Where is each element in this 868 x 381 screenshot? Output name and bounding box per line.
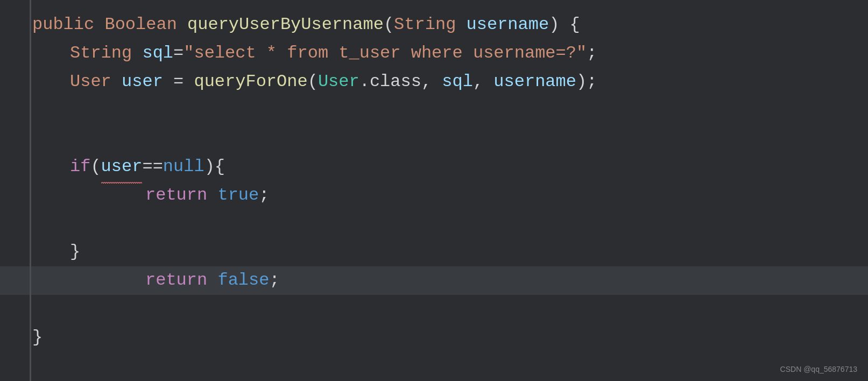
var-sql: sql — [142, 39, 173, 68]
code-line-8 — [0, 210, 868, 238]
code-line-3: User user = queryForOne(User.class, sql,… — [0, 68, 868, 96]
keyword-string-type: String — [70, 39, 132, 68]
param-username: username — [467, 11, 549, 39]
squiggle-underline — [101, 181, 143, 184]
class-user-ref: User — [318, 68, 359, 96]
code-line-7: return true; — [0, 181, 868, 210]
paren-close-brace: ) { — [549, 11, 580, 39]
code-line-4 — [0, 96, 868, 124]
code-line-9: } — [0, 238, 868, 266]
keyword-user-type: User — [70, 68, 111, 96]
left-bar — [30, 0, 31, 381]
keyword-string: String — [394, 11, 456, 39]
function-name: queryUserByUsername — [187, 11, 384, 39]
if-close-brace: ){ — [204, 153, 225, 181]
keyword-return-false: return — [145, 266, 207, 295]
keyword-if: if — [70, 153, 90, 181]
close-brace-if: } — [70, 238, 80, 266]
assign-operator: = — [163, 68, 194, 96]
code-line-11 — [0, 295, 868, 323]
code-line-12: } — [0, 323, 868, 352]
code-line-10: return false; — [0, 266, 868, 295]
semicolon: ; — [587, 39, 597, 68]
double-equals: == — [142, 153, 163, 181]
equals-operator: = — [173, 39, 184, 68]
code-line-1: public Boolean queryUserByUsername(Strin… — [0, 11, 868, 39]
paren-open: ( — [384, 11, 394, 39]
paren-open-2: ( — [308, 68, 318, 96]
code-line-6: 💡 if(user==null){ — [0, 153, 868, 181]
code-line-5 — [0, 124, 868, 153]
comma-2: , — [473, 68, 493, 96]
keyword-return-true: return — [145, 181, 207, 210]
keyword-false: false — [217, 266, 269, 295]
code-editor: public Boolean queryUserByUsername(Strin… — [0, 0, 868, 381]
semicolon-3: ; — [269, 266, 279, 295]
csdn-watermark: CSDN @qq_56876713 — [780, 365, 857, 373]
keyword-true: true — [217, 181, 259, 210]
keyword-null: null — [163, 153, 204, 181]
method-queryforone: queryForOne — [194, 68, 307, 96]
keyword-boolean: Boolean — [104, 11, 177, 39]
var-user: user — [122, 68, 163, 96]
code-line-2: String sql="select * from t_user where u… — [0, 39, 868, 68]
if-paren: ( — [90, 153, 101, 181]
squiggle-user: user — [101, 153, 143, 181]
var-sql-ref: sql — [442, 68, 473, 96]
close-brace-method: } — [32, 323, 43, 352]
var-user-if: user — [101, 157, 143, 177]
param-username-ref: username — [493, 68, 576, 96]
semicolon-2: ; — [259, 181, 269, 210]
dot-class: .class, — [359, 68, 442, 96]
string-value: "select * from t_user where username=?" — [184, 39, 587, 68]
keyword-public: public — [32, 11, 94, 39]
close-paren-semi: ); — [576, 68, 597, 96]
